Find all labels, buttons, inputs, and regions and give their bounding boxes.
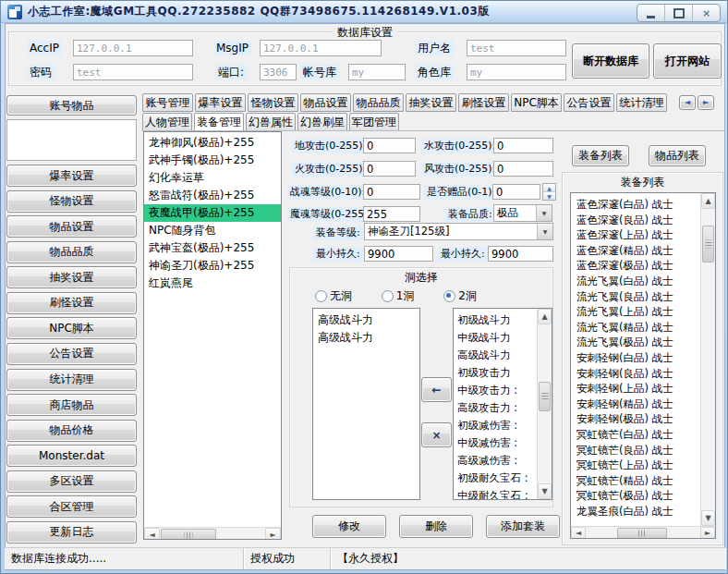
list-item[interactable]: 流光飞翼(白品) 战士 [571,274,700,289]
hole-radio-option[interactable]: 无洞 [315,287,352,304]
sidebar-button[interactable]: 更新日志 [6,521,137,543]
list-item[interactable]: 红岚燕尾 [144,275,281,292]
sidebar-button[interactable]: 物品价格 [6,420,137,442]
scroll-up-icon[interactable]: ▲ [701,193,715,209]
sidebar-button[interactable]: 怪物设置 [6,190,137,213]
list-item[interactable]: 冥虹镜芒(极品) 战士 [571,488,700,504]
action-button[interactable]: 修改 [312,515,386,538]
list-item[interactable]: 神谕圣刀(极品)+255 [144,257,281,275]
scroll-right-icon[interactable]: ► [265,528,281,540]
item-list-button[interactable]: 物品列表 [649,145,706,166]
sidebar-account-items-button[interactable]: 账号物品 [6,95,137,116]
list-item[interactable]: 安刺轻钢(上品) 战士 [571,381,700,397]
scrollbar-thumb[interactable] [617,528,667,539]
wind-attack-input[interactable]: 0 [493,161,553,177]
scrollbar-thumb[interactable] [161,529,216,540]
list-item[interactable]: 夜魔战甲(极品)+255 [144,204,281,222]
accip-input[interactable]: 127.0.0.1 [73,40,193,56]
list-item[interactable]: 怒雷战符(极品)+255 [144,187,281,204]
water-attack-input[interactable]: 0 [493,138,553,153]
hole-radio-option[interactable]: 1洞 [382,287,415,304]
account-db-input[interactable]: my [348,64,406,80]
list-item[interactable]: 中级攻击力 : [454,382,537,399]
sidebar-button[interactable]: 物品品质 [6,241,137,263]
scroll-down-icon[interactable]: ▼ [701,510,715,526]
maximize-button[interactable] [665,5,693,21]
spin-down-icon[interactable]: ▼ [543,192,555,200]
tab[interactable]: 人物管理 [142,113,192,131]
quality-combo[interactable]: 极品 ▼ [493,204,552,222]
list-item[interactable]: 安刺轻钢(极品) 战士 [571,411,700,427]
scroll-left-icon[interactable]: ◄ [144,528,160,540]
scroll-down-icon[interactable]: ▼ [538,483,552,499]
tab[interactable]: 幻兽刷星 [297,113,347,131]
equipment-list-button[interactable]: 装备列表 [572,145,629,166]
password-input[interactable]: test [73,64,193,80]
open-website-button[interactable]: 打开网站 [653,43,722,79]
scrollbar-track[interactable] [701,209,715,510]
sidebar-button[interactable]: 商店物品 [6,394,137,416]
sidebar-button[interactable]: NPC脚本 [6,317,137,339]
scrollbar-track[interactable] [586,527,700,539]
tab[interactable]: 装备管理 [194,113,244,131]
scroll-right-icon[interactable]: ► [700,527,715,539]
move-gem-left-button[interactable]: ← [421,377,452,402]
list-item[interactable]: 流光飞翼(上品) 战士 [571,304,700,320]
scroll-up-icon[interactable]: ▲ [538,309,552,324]
tab[interactable]: 刷怪设置 [458,93,509,112]
list-item[interactable]: 冥虹镜芒(精品) 战士 [571,473,700,489]
sidebar-button[interactable]: 统计清理 [6,369,137,391]
equipment-vscrollbar[interactable]: ▲ ▼ [700,193,715,526]
list-item[interactable]: 中级减伤害 : [454,434,537,452]
tab[interactable]: 抽奖设置 [406,93,456,112]
tab[interactable]: 账号管理 [142,93,193,112]
min-durability-input-2[interactable]: 9900 [488,246,553,262]
list-item[interactable]: 武神手镯(极品)+255 [144,152,281,169]
list-item[interactable]: 高级战斗力 [313,311,419,329]
chevron-down-icon[interactable]: ▼ [537,224,552,239]
gift-input[interactable]: 0 [492,184,540,200]
action-button[interactable]: 添加套装 [486,515,560,538]
list-item[interactable]: 蓝色深邃(极品) 战士 [571,258,700,274]
list-item[interactable]: 蓝色深邃(白品) 战士 [571,197,700,213]
scroll-left-icon[interactable]: ◄ [571,527,586,539]
socketed-gems-listbox[interactable]: 高级战斗力高级战斗力 [312,308,420,500]
list-item[interactable]: 冥虹镜芒(白品) 战士 [571,427,700,443]
list-item[interactable]: 流光飞翼(精品) 战士 [571,320,700,336]
item-list-hscrollbar[interactable]: ◄ ► [144,527,281,540]
title-bar[interactable]: 小志工作室:魔域GM工具QQ.272235882 QQ群73498675.114… [1,1,727,23]
gem-options-vscrollbar[interactable]: ▲ ▼ [537,309,552,499]
equipment-listbox[interactable]: 蓝色深邃(白品) 战士蓝色深邃(良品) 战士蓝色深邃(上品) 战士蓝色深邃(精品… [570,192,716,539]
hole-radio-option[interactable]: 2洞 [443,287,477,304]
list-item[interactable]: 流光飞翼(良品) 战士 [571,289,700,305]
list-item[interactable]: 初级耐久宝石 : [454,470,537,487]
list-item[interactable]: NPC随身背包 [144,222,281,239]
list-item[interactable]: 冥虹镜芒(上品) 战士 [571,458,700,473]
list-item[interactable]: 高级战斗力 [313,329,419,347]
list-item[interactable]: 冥虹镜芒(良品) 战士 [571,443,700,458]
list-item[interactable]: 龙翼圣痕(白品) 战士 [571,504,700,519]
scrollbar-thumb[interactable] [702,226,714,263]
tab[interactable]: 爆率设置 [195,93,246,112]
tab[interactable]: 怪物设置 [248,93,298,112]
sidebar-button[interactable]: 物品设置 [6,215,137,238]
scrollbar-track[interactable] [160,528,265,540]
spin-up-icon[interactable]: ▲ [543,184,555,192]
sidebar-button[interactable]: 公告设置 [6,343,137,365]
list-item[interactable]: 安刺轻钢(良品) 战士 [571,366,700,382]
gem-options-listbox[interactable]: 初级战斗力中级战斗力高级战斗力初级攻击力中级攻击力 :高级攻击力 :初级减伤害 … [453,308,552,500]
scrollbar-track[interactable] [538,324,552,483]
tab[interactable]: 军团管理 [349,113,399,131]
list-item[interactable]: 蓝色深邃(上品) 战士 [571,227,700,243]
msgip-input[interactable]: 127.0.0.1 [260,40,382,56]
list-item[interactable]: 中级耐久宝石 : [454,487,537,499]
tab[interactable]: NPC脚本 [511,93,562,112]
sidebar-button[interactable]: Monster.dat [6,445,137,467]
earth-attack-input[interactable]: 0 [363,138,416,153]
disconnect-db-button[interactable]: 断开数据库 [572,43,649,79]
sidebar-button[interactable]: 抽奖设置 [6,266,137,288]
close-button[interactable]: × [693,5,720,21]
tab[interactable]: 物品设置 [300,93,351,112]
list-item[interactable]: 安刺轻钢(白品) 战士 [571,350,700,366]
sidebar-button[interactable]: 刷怪设置 [6,292,137,314]
